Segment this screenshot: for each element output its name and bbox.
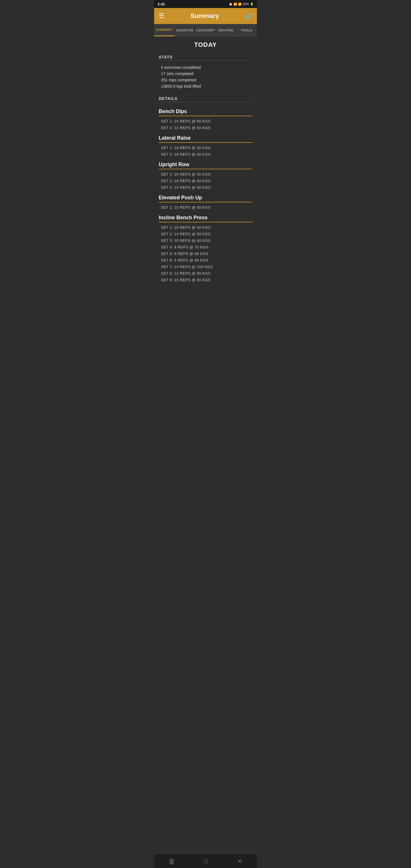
stats-section: STATS 5 exercises completed 17 sets comp…: [159, 52, 252, 91]
set-row: SET 1: 10 REPS @ 65 KGS: [159, 204, 252, 211]
tab-exercise[interactable]: EXERCISE: [175, 24, 195, 36]
tab-routine[interactable]: ROUTINE: [216, 24, 236, 36]
battery-icon: 🔋: [250, 3, 253, 6]
set-row: SET 1: 24 REPS @ 60 KGS: [159, 118, 252, 124]
battery-indicator: 10%: [243, 2, 249, 6]
set-row: SET 2: 18 REPS @ 30 KGS: [159, 151, 252, 158]
details-title: DETAILS: [159, 93, 252, 102]
header: ☰ Summary 🔗: [154, 8, 257, 24]
set-row: SET 5: 8 REPS @ 80 KGS: [159, 250, 252, 257]
share-icon[interactable]: 🔗: [245, 12, 252, 20]
stat-item: 17 sets completed: [161, 70, 250, 77]
set-row: SET 2: 22 REPS @ 60 KGS: [159, 124, 252, 131]
set-row: SET 1: 20 REPS @ 40 KGS: [159, 224, 252, 231]
status-bar: 2:41 ⏰ 📶 📶 10% 🔋: [154, 0, 257, 8]
set-row: SET 4: 8 REPS @ 70 KGS: [159, 244, 252, 250]
details-section: DETAILS Bench Dips SET 1: 24 REPS @ 60 K…: [159, 93, 252, 283]
set-row: SET 8: 13 REPS @ 90 KGS: [159, 270, 252, 277]
set-row: SET 6: 4 REPS @ 90 KGS: [159, 257, 252, 264]
exercise-incline-bench-press: Incline Bench Press SET 1: 20 REPS @ 40 …: [159, 211, 252, 283]
menu-icon[interactable]: ☰: [159, 12, 164, 20]
status-icons: ⏰ 📶 📶 10% 🔋: [229, 2, 253, 6]
stat-item: 251 reps completed: [161, 77, 250, 83]
set-row: SET 2: 18 REPS @ 40 KGS: [159, 178, 252, 184]
tab-tools[interactable]: TOOLS: [236, 24, 257, 36]
set-row: SET 2: 14 REPS @ 50 KGS: [159, 231, 252, 237]
page-title: Summary: [190, 12, 219, 20]
stats-title: STATS: [159, 52, 252, 61]
alarm-icon: ⏰: [229, 3, 232, 6]
set-row: SET 3: 15 REPS @ 40 KGS: [159, 184, 252, 191]
set-row: SET 7: 14 REPS @ 100 KGS: [159, 264, 252, 270]
set-row: SET 1: 20 REPS @ 30 KGS: [159, 171, 252, 178]
set-row: SET 9: 15 REPS @ 80 KGS: [159, 277, 252, 283]
today-label: TODAY: [159, 36, 252, 52]
tab-category[interactable]: CATEGORY: [195, 24, 216, 36]
exercise-bench-dips: Bench Dips SET 1: 24 REPS @ 60 KGS SET 2…: [159, 104, 252, 131]
set-row: SET 3: 10 REPS @ 60 KGS: [159, 237, 252, 244]
tab-summary[interactable]: SUMMARY: [154, 24, 175, 36]
stat-item: 13840.0 kgs total lifted: [161, 83, 250, 89]
exercise-name: Lateral Raise: [159, 131, 252, 143]
exercise-lateral-raise: Lateral Raise SET 1: 18 REPS @ 30 KGS SE…: [159, 131, 252, 158]
main-content: TODAY STATS 5 exercises completed 17 set…: [154, 36, 257, 306]
signal-icon: 📶: [238, 3, 242, 6]
stat-item: 5 exercises completed: [161, 64, 250, 70]
wifi-icon: 📶: [233, 3, 237, 6]
status-time: 2:41: [158, 2, 165, 6]
exercise-name: Bench Dips: [159, 104, 252, 116]
exercise-elevated-push-up: Elevated Push Up SET 1: 10 REPS @ 65 KGS: [159, 191, 252, 211]
exercise-upright-row: Upright Row SET 1: 20 REPS @ 30 KGS SET …: [159, 158, 252, 191]
exercise-name: Elevated Push Up: [159, 191, 252, 203]
exercise-name: Incline Bench Press: [159, 211, 252, 222]
stats-list: 5 exercises completed 17 sets completed …: [159, 63, 252, 91]
exercise-name: Upright Row: [159, 158, 252, 169]
set-row: SET 1: 18 REPS @ 30 KGS: [159, 145, 252, 151]
tab-bar: SUMMARY EXERCISE CATEGORY ROUTINE TOOLS: [154, 24, 257, 36]
